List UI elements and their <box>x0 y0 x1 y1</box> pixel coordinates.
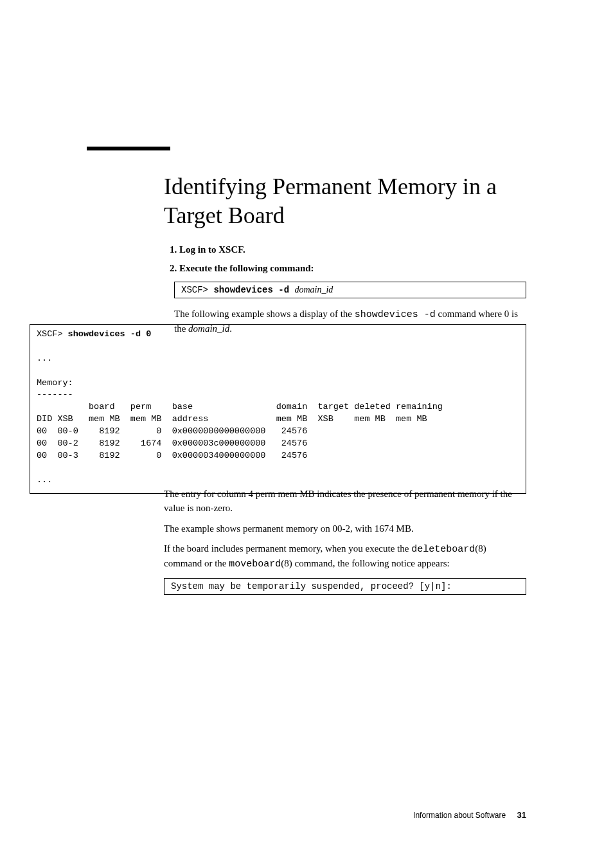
command-arg: domain_id <box>294 285 333 294</box>
paragraph-3: The example shows permanent memory on 00… <box>164 522 526 536</box>
notice-text: System may be temporarily suspended, pro… <box>171 581 452 592</box>
page-footer: Information about Software 31 <box>413 810 526 820</box>
wide-dash: ------- <box>37 390 73 399</box>
content-column: Identifying Permanent Memory in a Target… <box>164 172 526 336</box>
wide-section: Memory: <box>37 378 73 388</box>
wide-ellipsis-2: ... <box>37 475 52 485</box>
command-box-1: XSCF> showdevices -d domain_id <box>174 282 526 298</box>
prompt: XSCF> <box>181 285 213 295</box>
para1-part-a: The following example shows a display of… <box>174 309 355 319</box>
wide-row-1: 00 00-2 8192 1674 0x000003c000000000 245… <box>37 439 307 448</box>
command-box-2: System may be temporarily suspended, pro… <box>164 578 526 595</box>
paragraph-2: The entry for column 4 perm mem MB indic… <box>164 487 526 516</box>
wide-ellipsis-1: ... <box>37 354 52 363</box>
para4-c: (8) command, the following notice appear… <box>281 558 449 568</box>
para1-mono: showdevices -d <box>355 309 436 320</box>
step-2: Execute the following command: <box>179 263 526 274</box>
footer-section: Information about Software <box>413 811 506 820</box>
steps-list: Log in to XSCF. Execute the following co… <box>164 244 526 274</box>
para4-a: If the board includes permanent memory, … <box>164 543 411 554</box>
paragraph-4: If the board includes permanent memory, … <box>164 542 526 572</box>
para4-mono1: deleteboard <box>411 544 475 555</box>
page-content: Identifying Permanent Memory in a Target… <box>0 0 613 336</box>
wide-header-1: board perm base domain target deleted re… <box>37 402 443 411</box>
command-text: showdevices -d <box>213 285 294 295</box>
para4-mono2: moveboard <box>229 559 281 570</box>
step-1: Log in to XSCF. <box>179 244 526 255</box>
wide-command: showdevices -d 0 <box>68 329 152 339</box>
heading: Identifying Permanent Memory in a Target… <box>164 172 526 230</box>
section-rule <box>87 147 170 150</box>
wide-header-2: DID XSB mem MB mem MB address mem MB XSB… <box>37 414 427 424</box>
output-box: XSCF> showdevices -d 0 ... Memory: -----… <box>30 324 526 494</box>
wide-prompt: XSCF> <box>37 329 68 339</box>
wide-row-0: 00 00-0 8192 0 0x0000000000000000 24576 <box>37 426 307 436</box>
after-output: The entry for column 4 perm mem MB indic… <box>164 481 526 604</box>
page-number: 31 <box>517 810 526 820</box>
wide-row-2: 00 00-3 8192 0 0x0000034000000000 24576 <box>37 451 307 460</box>
